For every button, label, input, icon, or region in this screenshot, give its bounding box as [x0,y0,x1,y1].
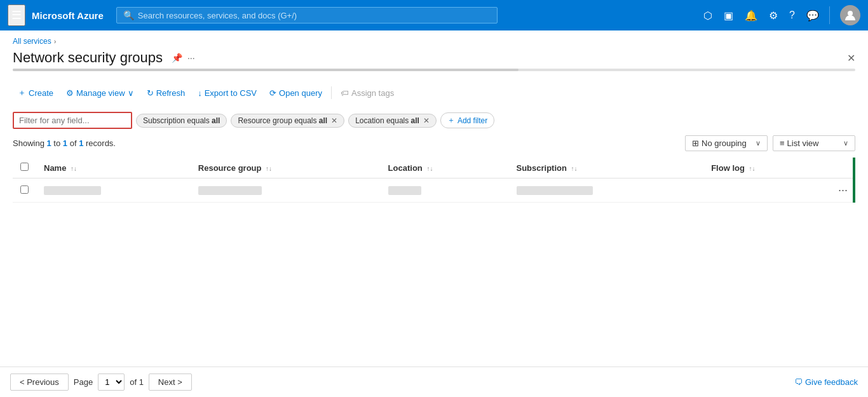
assign-tags-button[interactable]: 🏷 Assign tags [336,85,399,101]
top-navigation: ☰ Microsoft Azure 🔍 ⬡ ▣ 🔔 ⚙ ? 💬 [0,0,868,30]
give-feedback-link[interactable]: 🗨 Give feedback [794,377,858,387]
filter-chip-loc-close[interactable]: ✕ [423,116,430,125]
feedback-icon[interactable]: 💬 [803,6,823,25]
col-actions [830,158,855,178]
page-header-actions: 📌 ··· [172,53,195,63]
records-info: Showing 1 to 1 of 1 records. [13,138,116,148]
filter-bar: Subscription equals all Resource group e… [13,112,855,129]
grouping-label: No grouping [702,138,747,148]
svg-point-0 [848,11,853,16]
row-sub-cell [509,178,704,203]
open-query-button[interactable]: ⟳ Open query [264,85,327,101]
table-controls-right: ⊞ No grouping ∨ ≡ List view ∨ [685,135,855,151]
export-csv-label: Export to CSV [205,88,257,98]
col-subscription: Subscription ↑↓ [509,158,704,178]
page-footer: < Previous Page 1 of 1 Next > 🗨 Give fee… [0,367,868,397]
plus-icon: ＋ [18,87,26,98]
manage-view-label: Manage view [76,88,125,98]
bell-icon[interactable]: 🔔 [741,6,761,25]
hamburger-menu-button[interactable]: ☰ [8,4,25,26]
add-filter-button[interactable]: ＋ Add filter [440,112,494,128]
row-loc-placeholder [388,186,421,195]
refresh-label: Refresh [156,88,186,98]
previous-button[interactable]: < Previous [10,373,69,391]
breadcrumb: All services › [13,37,855,46]
table-row: ··· [13,178,855,203]
settings-icon[interactable]: ⚙ [765,6,782,25]
close-icon[interactable]: ✕ [847,52,855,64]
page-select[interactable]: 1 [98,373,125,391]
col-location: Location ↑↓ [381,158,509,178]
breadcrumb-link-services[interactable]: All services [13,37,51,46]
grouping-chevron: ∨ [756,139,761,147]
give-feedback-label: Give feedback [805,377,858,387]
table-controls: Showing 1 to 1 of 1 records. ⊞ No groupi… [13,135,855,151]
filter-chip-loc-label: Location equals all [355,116,419,125]
col-flow-sort-icon[interactable]: ↑↓ [749,165,756,172]
col-resource-group: Resource group ↑↓ [191,158,381,178]
data-table: Name ↑↓ Resource group ↑↓ Location ↑↓ Su… [13,158,855,203]
pin-icon[interactable]: 📌 [172,53,182,63]
filter-chip-location: Location equals all ✕ [348,114,437,128]
row-checkbox-cell [13,178,36,203]
terminal-icon[interactable]: ▣ [720,6,737,25]
col-name-label: Name [44,163,66,173]
col-rg-sort-icon[interactable]: ↑↓ [266,165,272,172]
showing-to: 1 [63,138,67,148]
col-name: Name ↑↓ [36,158,191,178]
feedback-icon-footer: 🗨 [794,377,803,387]
table-head: Name ↑↓ Resource group ↑↓ Location ↑↓ Su… [13,158,855,178]
filter-chip-rg-close[interactable]: ✕ [331,116,337,125]
search-input[interactable] [138,11,491,20]
of-label: of 1 [130,377,144,387]
create-button[interactable]: ＋ Create [13,84,58,102]
filter-chip-subscription: Subscription equals all [136,114,227,128]
view-dropdown[interactable]: ≡ List view ∨ [773,135,855,151]
showing-from: 1 [47,138,51,148]
cloud-upload-icon[interactable]: ⬡ [700,6,716,25]
view-icon: ≡ [780,138,785,148]
showing-total: 1 [79,138,83,148]
toolbar: ＋ Create ⚙ Manage view ∨ ↻ Refresh ↓ Exp… [13,80,855,105]
col-sub-sort-icon[interactable]: ↑↓ [571,165,578,172]
search-bar: 🔍 [116,7,498,24]
more-options-icon[interactable]: ··· [187,53,195,63]
col-loc-label: Location [388,163,423,173]
query-icon: ⟳ [269,88,276,98]
row-loc-cell [381,178,509,203]
col-flow-label: Flow log [711,163,745,173]
refresh-icon: ↻ [147,88,154,98]
table-body: ··· [13,178,855,203]
export-icon: ↓ [198,88,202,98]
next-button[interactable]: Next > [149,373,192,391]
tag-icon: 🏷 [341,88,349,98]
avatar[interactable] [840,5,860,25]
select-all-checkbox[interactable] [20,163,29,171]
export-csv-button[interactable]: ↓ Export to CSV [193,85,262,101]
filter-chip-rg-label: Resource group equals all [238,116,327,125]
filter-input[interactable] [19,116,126,125]
col-flow-log: Flow log ↑↓ [703,158,830,178]
col-rg-label: Resource group [198,163,262,173]
row-checkbox[interactable] [20,185,29,194]
showing-suffix: records. [86,138,116,148]
row-more-icon[interactable]: ··· [838,184,848,197]
app-logo: Microsoft Azure [32,10,104,21]
refresh-button[interactable]: ↻ Refresh [142,85,191,101]
add-filter-icon: ＋ [447,115,455,126]
select-all-col [13,158,36,178]
add-filter-label: Add filter [458,116,487,125]
open-query-label: Open query [279,88,322,98]
manage-view-button[interactable]: ⚙ Manage view ∨ [61,85,139,101]
page-title: Network security groups [13,50,163,66]
help-icon[interactable]: ? [785,6,799,25]
green-bar [853,158,855,203]
showing-prefix: Showing [13,138,44,148]
filter-chip-sub-label: Subscription equals all [143,116,220,125]
page-header: Network security groups 📌 ··· ✕ [13,50,855,66]
row-sub-placeholder [517,186,593,195]
col-name-sort-icon[interactable]: ↑↓ [71,165,77,172]
col-loc-sort-icon[interactable]: ↑↓ [426,165,433,172]
row-name-cell [36,178,191,203]
grouping-dropdown[interactable]: ⊞ No grouping ∨ [685,135,768,151]
